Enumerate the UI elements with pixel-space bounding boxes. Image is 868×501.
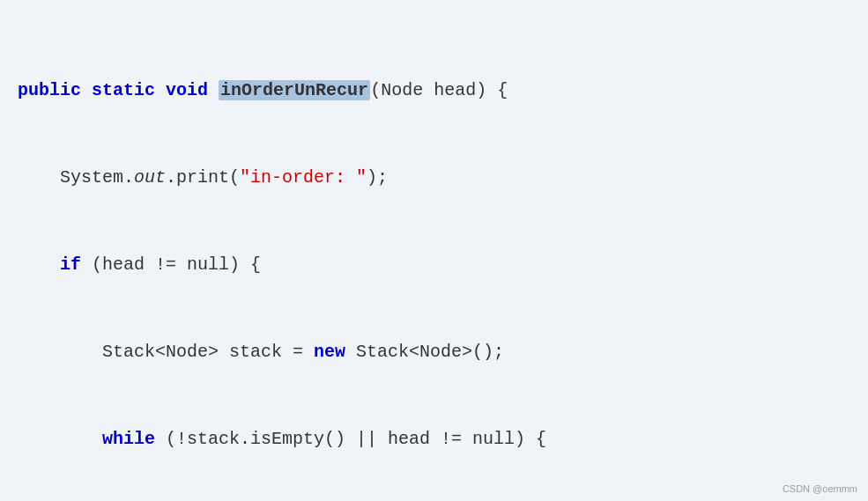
code-block: public static void inOrderUnRecur(Node h… xyxy=(18,18,842,501)
line-1: public static void inOrderUnRecur(Node h… xyxy=(18,76,842,105)
string-in-order: "in-order: " xyxy=(240,167,367,188)
line-4: Stack<Node> stack = new Stack<Node>(); xyxy=(18,337,842,366)
kw-static: static xyxy=(92,80,155,100)
line-3: if (head != null) { xyxy=(18,250,842,279)
kw-public: public xyxy=(18,80,81,100)
method-highlight: inOrderUnRecur xyxy=(219,80,370,100)
kw-while: while xyxy=(102,429,155,449)
line-5: while (!stack.isEmpty() || head != null)… xyxy=(18,424,842,453)
kw-void: void xyxy=(166,80,208,100)
kw-new: new xyxy=(314,342,345,362)
out-italic: out xyxy=(134,167,166,188)
code-container: public static void inOrderUnRecur(Node h… xyxy=(0,0,868,501)
kw-if-1: if xyxy=(60,254,81,275)
watermark: CSDN @oemmm xyxy=(783,483,857,494)
line-2: System.out.print("in-order: "); xyxy=(18,163,842,192)
